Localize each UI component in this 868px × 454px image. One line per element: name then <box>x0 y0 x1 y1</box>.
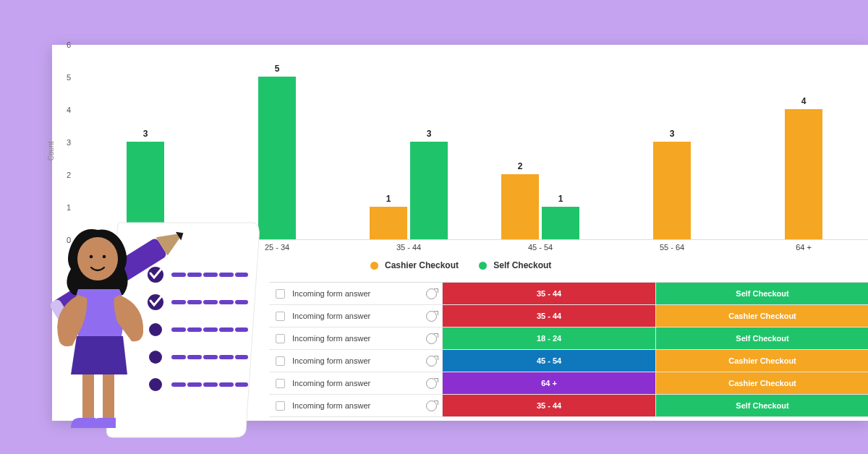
y-tick: 1 <box>67 203 71 212</box>
row-checkbox-cell <box>269 327 291 349</box>
bar-value-label: 1 <box>542 194 579 204</box>
checkout-type-pill: Cashier Checkout <box>656 305 868 327</box>
expand-row-button[interactable] <box>421 395 443 416</box>
legend-item-cashier: Cashier Checkout <box>370 260 459 270</box>
bar-value-label: 4 <box>785 96 822 106</box>
bar-self: 3 <box>127 142 164 239</box>
x-tick-label: 55 - 64 <box>606 240 738 254</box>
chart-plot-area: 35132134 <box>80 45 868 240</box>
expand-icon <box>426 356 437 367</box>
x-tick-label: 64 + <box>738 240 868 254</box>
y-tick: 4 <box>67 106 71 114</box>
bar-self: 3 <box>410 142 448 239</box>
bar-group: 3 <box>80 45 211 239</box>
expand-icon <box>426 311 437 322</box>
bar-group: 4 <box>738 45 868 239</box>
bar-group: 13 <box>343 45 475 239</box>
bar-cashier: 1 <box>370 207 407 239</box>
expand-icon <box>426 401 437 411</box>
bar-value-label: 2 <box>501 161 539 171</box>
bar-cashier: 4 <box>785 109 822 239</box>
bar-self: 5 <box>258 77 296 239</box>
bar-cashier: 2 <box>501 174 539 239</box>
checkout-type-pill: Self Checkout <box>656 283 868 304</box>
bar-value-label: 3 <box>653 129 691 139</box>
bar-group: 5 <box>211 45 343 239</box>
age-pill: 18 - 24 <box>443 327 656 349</box>
table-row: Incoming form answer45 - 54Cashier Check… <box>269 350 868 372</box>
legend-item-self: Self Checkout <box>479 260 551 270</box>
checkout-type-pill: Cashier Checkout <box>656 350 868 372</box>
row-checkbox[interactable] <box>276 356 285 366</box>
table-row: Incoming form answer64 +Cashier Checkout <box>269 372 868 395</box>
row-checkbox[interactable] <box>276 334 285 343</box>
expand-row-button[interactable] <box>421 350 443 372</box>
row-checkbox-cell <box>269 350 291 372</box>
bar-group: 3 <box>606 45 738 239</box>
expand-icon <box>426 378 437 389</box>
checkout-type-pill: Self Checkout <box>656 395 868 416</box>
bar-cashier: 3 <box>653 142 691 239</box>
legend-dot-self <box>479 262 487 270</box>
bar-group: 21 <box>475 45 606 239</box>
y-tick: 2 <box>67 171 71 179</box>
expand-row-button[interactable] <box>421 327 443 349</box>
row-title: Incoming form answer <box>291 372 421 394</box>
checkout-type-pill: Self Checkout <box>656 327 868 349</box>
legend-label-cashier: Cashier Checkout <box>385 260 459 270</box>
age-pill: 35 - 44 <box>443 395 656 416</box>
table-row: Incoming form answer18 - 24Self Checkout <box>269 327 868 350</box>
bar-value-label: 1 <box>370 194 407 204</box>
bar-value-label: 3 <box>127 129 164 139</box>
expand-row-button[interactable] <box>421 372 443 394</box>
expand-icon <box>426 333 437 344</box>
age-pill: 64 + <box>443 372 656 394</box>
row-checkbox[interactable] <box>276 401 285 411</box>
row-checkbox-cell <box>269 395 291 416</box>
y-axis: 0123456 <box>52 45 74 240</box>
bar-value-label: 3 <box>410 129 448 139</box>
checkout-type-pill: Cashier Checkout <box>656 372 868 394</box>
chart-legend: Cashier Checkout Self Checkout <box>52 260 868 270</box>
row-title: Incoming form answer <box>291 305 421 327</box>
row-checkbox-cell <box>269 372 291 394</box>
row-checkbox[interactable] <box>276 312 285 321</box>
age-pill: 45 - 54 <box>443 350 656 372</box>
y-tick: 0 <box>67 236 71 244</box>
legend-dot-cashier <box>370 262 378 270</box>
survey-heading: SURVEY <box>141 228 249 257</box>
row-checkbox-cell <box>269 283 291 304</box>
bar-value-label: 5 <box>258 64 296 74</box>
expand-row-button[interactable] <box>421 305 443 327</box>
table-row: Incoming form answer35 - 44Self Checkout <box>269 283 868 305</box>
row-checkbox-cell <box>269 305 291 327</box>
expand-row-button[interactable] <box>421 283 443 304</box>
legend-label-self: Self Checkout <box>493 260 551 270</box>
x-tick-label: 45 - 54 <box>475 240 606 254</box>
y-tick: 6 <box>67 40 71 49</box>
row-title: Incoming form answer <box>291 350 421 372</box>
row-title: Incoming form answer <box>291 283 421 304</box>
row-checkbox[interactable] <box>276 289 285 299</box>
bar-self: 1 <box>542 207 579 239</box>
row-title: Incoming form answer <box>291 395 421 416</box>
expand-icon <box>426 288 437 299</box>
y-tick: 5 <box>67 73 71 82</box>
x-tick-label: 35 - 44 <box>343 240 475 254</box>
age-pill: 35 - 44 <box>443 283 656 304</box>
table-row: Incoming form answer35 - 44Cashier Check… <box>269 305 868 327</box>
responses-table: Incoming form answer35 - 44Self Checkout… <box>269 282 868 417</box>
age-pill: 35 - 44 <box>443 305 656 327</box>
y-tick: 3 <box>67 138 71 147</box>
row-checkbox[interactable] <box>276 379 285 388</box>
row-title: Incoming form answer <box>291 327 421 349</box>
table-row: Incoming form answer35 - 44Self Checkout <box>269 395 868 417</box>
